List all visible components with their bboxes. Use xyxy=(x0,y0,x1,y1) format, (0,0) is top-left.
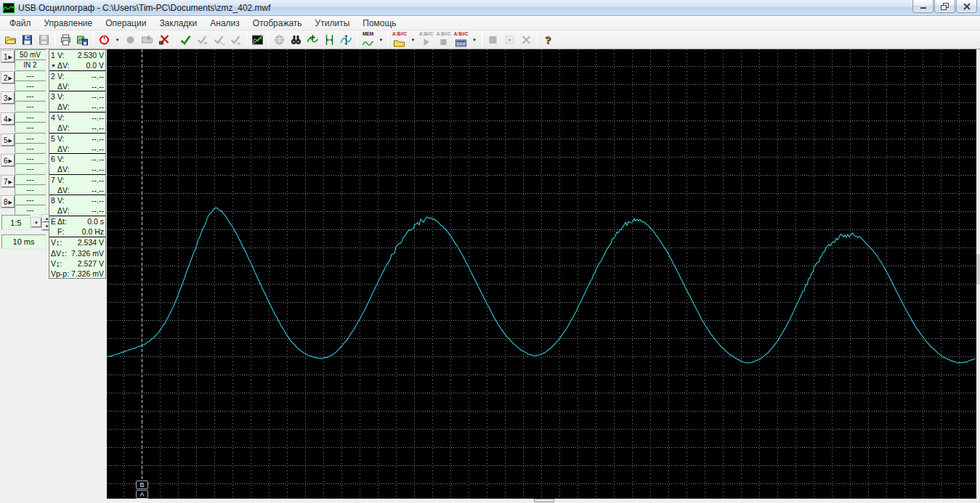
auto-vertical-button[interactable] xyxy=(194,31,211,48)
selection-options-button[interactable] xyxy=(501,31,518,48)
abc-open-label: A:B#C xyxy=(392,31,407,36)
menu-item-8[interactable]: Помощь xyxy=(356,17,402,30)
delta-voltage-label: ΔV: xyxy=(57,186,70,195)
auto-signal-button[interactable] xyxy=(211,31,227,48)
record-clear-button[interactable] xyxy=(155,31,172,48)
channel-arrow-icon: ▶ xyxy=(9,96,12,101)
close-button[interactable] xyxy=(956,0,977,13)
abc-play-button[interactable]: A:B#C xyxy=(418,31,435,48)
abc-panel-button[interactable]: A:B#C xyxy=(453,31,470,48)
delta-voltage-value: --.-- xyxy=(92,82,104,91)
timebase-field[interactable]: 10 ms xyxy=(1,234,46,249)
channel-4-scale-field[interactable]: --- xyxy=(15,112,46,122)
channel-1-button[interactable]: 1▶ xyxy=(1,51,15,62)
cursors-icon xyxy=(323,34,336,46)
menu-item-1[interactable]: Файл xyxy=(3,17,38,30)
channel-4-input-field[interactable]: --- xyxy=(15,122,46,132)
menu-item-4[interactable]: Закладки xyxy=(153,17,203,30)
voltage-label: V: xyxy=(57,92,65,101)
channel-1-input-field[interactable]: IN 2 xyxy=(15,60,46,70)
record-save-button[interactable] xyxy=(139,31,155,48)
channel-4-button[interactable]: 4▶ xyxy=(1,113,15,125)
select-region-button[interactable] xyxy=(485,31,501,48)
minimize-button[interactable] xyxy=(912,0,934,13)
channel-6-scale-field[interactable]: --- xyxy=(15,153,46,163)
zoom-region-button[interactable] xyxy=(271,31,288,48)
frequency-label: F: xyxy=(57,227,64,236)
channel-3-input-field[interactable]: --- xyxy=(15,101,46,111)
cursor-a-tag[interactable]: A xyxy=(136,490,148,499)
memory-button[interactable]: MEM xyxy=(360,31,376,48)
export-screenshot-button[interactable] xyxy=(74,31,91,48)
channel-5-input-field[interactable]: --- xyxy=(15,143,46,153)
readout-channel-number: 1 xyxy=(51,51,57,60)
channel-number: 7 xyxy=(4,178,8,186)
abc-panel-dropdown-button[interactable]: ▼ xyxy=(470,31,479,48)
vertical-scrollbar-thumb[interactable] xyxy=(976,254,980,285)
readout-channel-number: 4 xyxy=(51,113,57,122)
delete-selection-button[interactable] xyxy=(518,31,535,48)
save-as-button[interactable] xyxy=(36,31,52,48)
search-button[interactable] xyxy=(288,31,304,48)
oscilloscope-canvas[interactable] xyxy=(107,49,976,499)
vertical-scrollbar[interactable] xyxy=(976,49,980,499)
power-icon xyxy=(98,34,110,46)
dropdown-arrow-icon: ▼ xyxy=(410,38,415,42)
record-button[interactable] xyxy=(122,31,139,48)
channel-6-button[interactable]: 6▶ xyxy=(1,155,15,166)
wave-plus-icon xyxy=(307,34,319,46)
record-gray-icon xyxy=(124,34,137,46)
auto-setup-button[interactable] xyxy=(177,31,194,48)
channel-8-input-field[interactable]: --- xyxy=(15,205,46,215)
measurements-button[interactable] xyxy=(304,31,321,48)
zoom-dropdown-button[interactable]: ▼ xyxy=(31,218,41,227)
channel-7-input-field[interactable]: --- xyxy=(15,184,46,195)
toolbar-separator xyxy=(388,32,389,47)
display-mode-button[interactable] xyxy=(249,31,266,48)
horizontal-scrollbar-thumb[interactable] xyxy=(534,499,554,502)
open-file-button[interactable] xyxy=(2,31,19,48)
menu-item-6[interactable]: Отображать xyxy=(246,17,309,30)
start-acquisition-button[interactable] xyxy=(96,31,113,48)
abc-open-dropdown-button[interactable]: ▼ xyxy=(408,31,418,48)
channel-3-scale-field[interactable]: --- xyxy=(15,91,46,101)
channel-number: 2 xyxy=(4,74,8,82)
voltage-value: --.-- xyxy=(92,92,104,101)
abc-open-button[interactable]: A:B#C xyxy=(391,31,408,48)
channel-3-button[interactable]: 3▶ xyxy=(1,92,15,104)
print-button[interactable] xyxy=(57,31,74,48)
auto-sweep-button[interactable] xyxy=(227,31,244,48)
save-file-button[interactable] xyxy=(19,31,36,48)
zoom-ratio-field[interactable]: 1:5 xyxy=(1,215,31,230)
menu-item-5[interactable]: Анализ xyxy=(203,17,246,30)
cursor-b-tag[interactable]: B xyxy=(136,480,148,489)
channel-arrow-icon: ▶ xyxy=(9,179,12,184)
channel-2-button[interactable]: 2▶ xyxy=(1,72,15,83)
horizontal-scrollbar[interactable] xyxy=(107,499,980,503)
channel-8-scale-field[interactable]: --- xyxy=(15,195,46,205)
waveform-cursor-button[interactable] xyxy=(338,31,355,48)
memory-dropdown-button[interactable]: ▼ xyxy=(376,31,386,48)
help-button[interactable]: ? xyxy=(540,31,556,48)
readout-channel-number: 8 xyxy=(51,196,57,205)
channel-2-scale-field[interactable]: --- xyxy=(15,70,46,81)
start-options-dropdown-button[interactable]: ▼ xyxy=(113,31,122,48)
restore-button[interactable] xyxy=(934,0,955,13)
channel-arrow-icon: ▶ xyxy=(9,138,12,143)
menu-item-2[interactable]: Управление xyxy=(38,17,100,30)
menu-item-7[interactable]: Утилиты xyxy=(309,17,357,30)
channel-5-scale-field[interactable]: --- xyxy=(15,133,46,143)
channel-5-button[interactable]: 5▶ xyxy=(1,134,15,146)
readout-channel-number: 6 xyxy=(51,155,57,163)
channel-7-scale-field[interactable]: --- xyxy=(15,174,46,184)
restore-icon xyxy=(941,3,949,10)
channel-2-input-field[interactable]: --- xyxy=(15,81,46,91)
delta-voltage-label: ΔV: xyxy=(57,102,70,111)
channel-8-button[interactable]: 8▶ xyxy=(1,196,15,208)
channel-1-scale-field[interactable]: 50 mV xyxy=(15,49,46,60)
menu-item-3[interactable]: Операции xyxy=(99,17,153,30)
channel-7-button[interactable]: 7▶ xyxy=(1,176,15,187)
abc-stop-button[interactable]: A:B#C xyxy=(435,31,453,48)
channel-6-input-field[interactable]: --- xyxy=(15,163,46,173)
vertical-cursors-button[interactable] xyxy=(321,31,338,48)
